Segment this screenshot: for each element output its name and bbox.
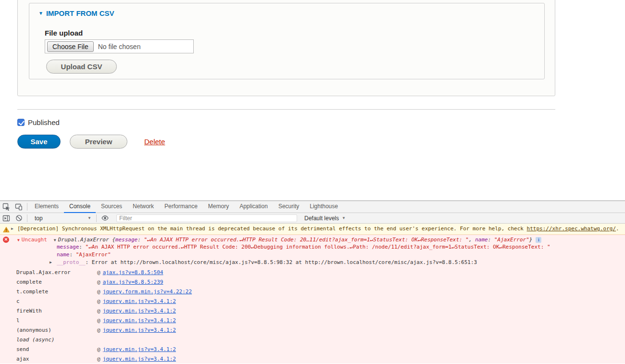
stack-function: fireWith bbox=[16, 306, 97, 316]
brace: { bbox=[112, 237, 115, 243]
console-toolbar: top ▼ Default levels ▼ bbox=[0, 213, 625, 224]
stack-function: load (async) bbox=[16, 335, 97, 345]
at-sign: @ bbox=[97, 269, 100, 276]
save-button[interactable]: Save bbox=[17, 135, 61, 149]
warning-link[interactable]: https://xhr.spec.whatwg.org/ bbox=[527, 226, 616, 232]
stack-frame: l@jquery.min.js?v=3.4.1:2 bbox=[0, 316, 625, 326]
form-divider bbox=[17, 109, 555, 110]
stack-function: c bbox=[16, 297, 97, 306]
property-value: Error at http://brown.localhost/core/mis… bbox=[92, 259, 477, 265]
tab-memory[interactable]: Memory bbox=[203, 201, 234, 213]
device-toolbar-icon[interactable] bbox=[12, 201, 25, 213]
preview-button[interactable]: Preview bbox=[70, 135, 127, 149]
stack-function: send bbox=[16, 345, 97, 354]
console-error-message: ✕ ▼Uncaught▼Drupal.AjaxError {message: "… bbox=[0, 235, 625, 364]
execution-context-selector[interactable]: top ▼ bbox=[32, 215, 94, 222]
toolbar-separator bbox=[27, 203, 27, 211]
context-label: top bbox=[35, 215, 43, 222]
tab-performance[interactable]: Performance bbox=[159, 201, 203, 213]
collapse-arrow-icon[interactable]: ▼ bbox=[54, 238, 56, 242]
brace: } bbox=[529, 237, 533, 243]
uncaught-label: Uncaught bbox=[22, 237, 47, 243]
error-object-preview: Drupal.AjaxError {message: "↵An AJAX HTT… bbox=[58, 237, 542, 243]
stack-source-link[interactable]: jquery.min.js?v=3.4.1:2 bbox=[103, 327, 176, 333]
stack-source-link[interactable]: jquery.min.js?v=3.4.1:2 bbox=[103, 298, 176, 304]
stack-source-link[interactable]: jquery.min.js?v=3.4.1:2 bbox=[103, 346, 176, 352]
stack-frame: complete@ajax.js?v=8.8.5:239 bbox=[0, 277, 625, 287]
stack-function: (anonymous) bbox=[16, 326, 97, 335]
stack-source-link[interactable]: jquery.form.min.js?v=4.22:22 bbox=[103, 289, 192, 295]
comma: , bbox=[469, 237, 475, 243]
at-sign: @ bbox=[97, 346, 100, 352]
expand-arrow-icon[interactable]: ▶ bbox=[50, 259, 52, 266]
error-class-name: Drupal.AjaxError bbox=[58, 237, 112, 243]
clear-console-icon[interactable] bbox=[12, 212, 25, 224]
inspect-element-icon[interactable] bbox=[0, 201, 12, 213]
delete-link[interactable]: Delete bbox=[144, 138, 165, 146]
devtools-tabbar: Elements Console Sources Network Perform… bbox=[0, 201, 625, 213]
colon: : bbox=[79, 244, 85, 250]
error-property-row: name: "AjaxError" bbox=[0, 251, 625, 259]
stack-frame-async: load (async) bbox=[0, 335, 625, 345]
colon: : bbox=[86, 259, 92, 265]
property-name: message bbox=[57, 244, 79, 250]
stack-frame: (anonymous)@jquery.min.js?v=3.4.1:2 bbox=[0, 326, 625, 335]
file-upload-label: File upload bbox=[45, 29, 83, 37]
warning-message: [Deprecation] Synchronous XMLHttpRequest… bbox=[17, 226, 527, 232]
stack-function: complete bbox=[16, 277, 97, 287]
upload-csv-button[interactable]: Upload CSV bbox=[46, 60, 117, 74]
console-filter-input[interactable] bbox=[116, 214, 297, 222]
published-label[interactable]: Published bbox=[28, 118, 60, 126]
warning-period: . bbox=[616, 226, 619, 232]
property-value: "↵An AJAX HTTP error occurred.↵HTTP Resu… bbox=[86, 244, 550, 250]
published-checkbox[interactable] bbox=[17, 119, 25, 126]
stack-frame: c@jquery.min.js?v=3.4.1:2 bbox=[0, 297, 625, 306]
stack-frame: ajax@jquery.min.js?v=3.4.1:2 bbox=[0, 354, 625, 364]
at-sign: @ bbox=[97, 289, 100, 295]
tab-application[interactable]: Application bbox=[234, 201, 273, 213]
stack-source-link[interactable]: jquery.min.js?v=3.4.1:2 bbox=[103, 308, 176, 314]
published-row[interactable]: Published bbox=[17, 118, 60, 126]
log-levels-dropdown[interactable]: Default levels ▼ bbox=[304, 215, 346, 222]
stack-source-link[interactable]: jquery.min.js?v=3.4.1:2 bbox=[103, 356, 176, 362]
choose-file-button[interactable]: Choose File bbox=[47, 41, 94, 52]
at-sign: @ bbox=[97, 356, 100, 362]
collapse-arrow-icon[interactable]: ▼ bbox=[17, 238, 20, 242]
stack-source-link[interactable]: jquery.min.js?v=3.4.1:2 bbox=[103, 317, 176, 324]
toolbar-separator bbox=[27, 214, 27, 222]
chevron-down-icon: ▼ bbox=[88, 216, 91, 220]
file-upload-input[interactable]: Choose File No file chosen bbox=[45, 39, 194, 53]
error-proto-row: ▶ __proto__: Error at http://brown.local… bbox=[0, 259, 625, 266]
tab-network[interactable]: Network bbox=[127, 201, 159, 213]
stack-function: Drupal.Ajax.error bbox=[16, 268, 97, 277]
tab-console[interactable]: Console bbox=[64, 201, 96, 213]
property-name: __proto__ bbox=[57, 259, 86, 265]
tab-security[interactable]: Security bbox=[273, 201, 304, 213]
stack-frame: Drupal.Ajax.error@ajax.js?v=8.8.5:504 bbox=[0, 268, 625, 277]
error-summary-line: ✕ ▼Uncaught▼Drupal.AjaxError {message: "… bbox=[0, 235, 625, 243]
stack-frame: fireWith@jquery.min.js?v=3.4.1:2 bbox=[0, 306, 625, 316]
import-from-csv-legend[interactable]: ▼IMPORT FROM CSV bbox=[38, 9, 114, 17]
at-sign: @ bbox=[97, 327, 100, 333]
stack-trace: Drupal.Ajax.error@ajax.js?v=8.8.5:504 co… bbox=[0, 268, 625, 364]
tab-lighthouse[interactable]: Lighthouse bbox=[304, 201, 343, 213]
stack-function: ajax bbox=[16, 354, 97, 364]
property-name: name bbox=[57, 251, 70, 258]
error-circle-icon: ✕ bbox=[3, 237, 9, 243]
property-value: "↵An AJAX HTTP error occurred.↵HTTP Resu… bbox=[144, 237, 469, 243]
stack-source-link[interactable]: ajax.js?v=8.8.5:239 bbox=[103, 279, 163, 285]
property-name: message bbox=[115, 237, 138, 243]
console-sidebar-icon[interactable] bbox=[0, 212, 12, 224]
info-icon[interactable]: i bbox=[536, 237, 541, 243]
expand-arrow-icon[interactable]: ▶ bbox=[11, 224, 13, 234]
live-expression-eye-icon[interactable] bbox=[99, 212, 111, 224]
at-sign: @ bbox=[97, 317, 100, 324]
stack-source-link[interactable]: ajax.js?v=8.8.5:504 bbox=[103, 269, 163, 276]
tab-elements[interactable]: Elements bbox=[29, 201, 64, 213]
no-file-chosen-text: No file chosen bbox=[98, 43, 141, 50]
at-sign: @ bbox=[97, 308, 100, 314]
at-sign: @ bbox=[97, 279, 100, 285]
colon: : bbox=[70, 251, 76, 258]
tab-sources[interactable]: Sources bbox=[96, 201, 127, 213]
property-value: "AjaxError" bbox=[494, 237, 529, 243]
